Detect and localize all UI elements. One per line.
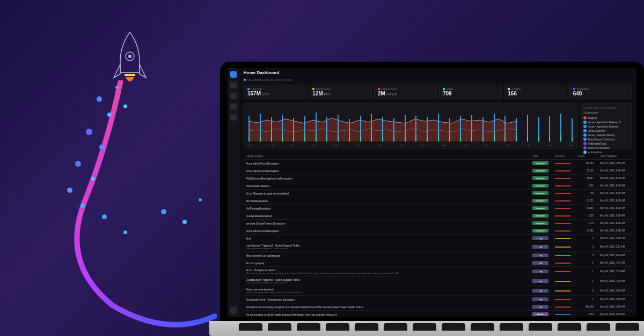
stat-card[interactable]: Unique count2MUNIQUE	[374, 85, 437, 99]
suggestion-item[interactable]: Regions	[583, 116, 630, 120]
table-row[interactable]: NotFoundExceptionException1401May 06, 20…	[244, 182, 632, 190]
suggestion-item[interactable]: Data Volume Dashboard	[583, 137, 630, 141]
table-row[interactable]: AccountNotFoundExceptionException11425Ma…	[244, 227, 632, 235]
table-row[interactable]: AccountNotFoundExceptionException705183M…	[244, 160, 632, 167]
suggestion-item[interactable]: Azure - Network Security	[583, 133, 630, 137]
sidebar-item-search[interactable]	[230, 82, 237, 88]
table-title: Recent events	[246, 154, 532, 158]
dashboard-app: Home Dashboard Last updated: May 06, 202…	[228, 68, 636, 317]
suggestions-panel: Search Logs or Dashboards Suggestions Re…	[581, 103, 632, 148]
table-row[interactable]: Rules are over-blockedalerts are blockin…	[244, 286, 632, 296]
table-row[interactable]: java.net.SocketTimeoutExceptionException…	[244, 220, 632, 227]
table-row[interactable]: Error in graphqlLog1May 04, 2020, 7:04 A…	[244, 259, 632, 267]
stat-card[interactable]: Anomalies640	[569, 85, 632, 99]
rocket-icon	[108, 32, 151, 91]
svg-point-1	[128, 55, 131, 58]
suggestion-item[interactable]: FieldForkerGun2	[583, 141, 630, 146]
suggestions-search[interactable]: Search Logs or Dashboards	[583, 106, 630, 109]
page-title: Home Dashboard	[244, 70, 279, 75]
table-row[interactable]: AWSSecretsManagerInternalExceptionExcept…	[244, 175, 632, 182]
table-row[interactable]: should not be throwing exception for unk…	[244, 303, 632, 311]
table-row[interactable]: Error - Unexpected ErrorWhen seeing this…	[244, 267, 632, 277]
table-row[interactable]: AccountNotFoundExceptionException35181Ma…	[244, 167, 632, 175]
sidebar-nav	[228, 68, 239, 317]
sidebar-item-alerts[interactable]	[230, 103, 237, 110]
table-row[interactable]: Error: Request to gate service failedExc…	[244, 190, 632, 197]
suggestion-item[interactable]: Azure - Application Gateway S	[583, 120, 630, 124]
table-row[interactable]: TestLog1May 04, 2020, 3:26 PM	[244, 235, 632, 242]
sidebar-item-home[interactable]	[230, 71, 237, 78]
table-row[interactable]: No connection could be made because the …	[244, 311, 632, 317]
table-row[interactable]: Log Adjuster Triggered - Open Support Ti…	[244, 242, 632, 252]
main-chart[interactable]: 6PM7PM8PM9PM10PM11PM12AM1AM2AM3AM4AM5AM6…	[244, 103, 577, 148]
suggestion-item[interactable]: Azure - Application Gateway	[583, 124, 630, 129]
table-row[interactable]: QueryFailedExceptionException1255May 06,…	[244, 212, 632, 220]
stats-row: Total logs157MLOGSErrors count12MER'SUni…	[239, 83, 636, 101]
table-row[interactable]: NullPointerExceptionException14814May 06…	[244, 205, 632, 212]
stat-card[interactable]: Errors count12MER'S	[309, 85, 371, 99]
suggestion-item[interactable]: Azure Overview	[583, 129, 630, 133]
stat-card[interactable]: Insights166	[504, 85, 567, 99]
events-table: Recent events Type Severity Count Last T…	[239, 151, 636, 317]
table-row[interactable]: AutoScaler Error - Unexpected ExceptionL…	[244, 296, 632, 303]
page-header: Home Dashboard	[239, 68, 636, 77]
suggestion-item[interactable]: Build Flow Statistics	[583, 146, 630, 150]
hero-illustration	[16, 21, 231, 332]
table-row[interactable]: Max elements on dashactorsLog3May 04, 20…	[244, 252, 632, 259]
laptop-mockup: Home Dashboard Last updated: May 06, 202…	[220, 62, 644, 336]
table-row[interactable]: QuotaBuster Triggered - Open Support Tic…	[244, 277, 632, 286]
sidebar-item-dashboards[interactable]	[230, 114, 237, 121]
stat-card[interactable]: Alerts709	[439, 85, 502, 99]
table-row[interactable]: TerminalExceptionException11251May 06, 2…	[244, 197, 632, 205]
sidebar-item-settings[interactable]	[230, 307, 237, 313]
stat-card[interactable]: Total logs157MLOGS	[244, 85, 306, 99]
svg-rect-2	[125, 74, 135, 76]
sidebar-item-logs[interactable]	[230, 93, 237, 99]
last-updated: Last updated: May 06, 2020, 9:20 AM	[239, 77, 636, 83]
